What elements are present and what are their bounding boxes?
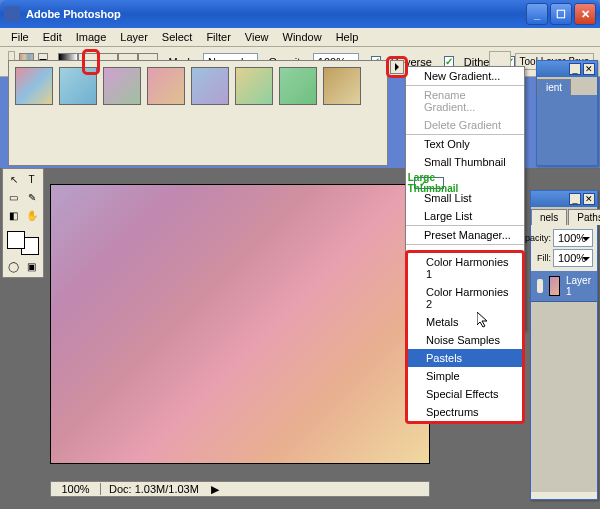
eye-icon[interactable] bbox=[537, 279, 543, 293]
panel-titlebar[interactable]: _ ✕ bbox=[531, 191, 597, 207]
eyedropper-tool[interactable]: ◧ bbox=[5, 207, 22, 224]
gradient-swatch[interactable] bbox=[59, 67, 97, 105]
screenmode-toggle[interactable]: ▣ bbox=[23, 258, 40, 275]
hand-tool[interactable]: ✋ bbox=[23, 207, 40, 224]
preset-noise-samples[interactable]: Noise Samples bbox=[408, 331, 522, 349]
brush-tool[interactable]: ✎ bbox=[23, 189, 40, 206]
menu-bar: File Edit Image Layer Select Filter View… bbox=[0, 28, 600, 47]
menu-large-list[interactable]: Large List bbox=[406, 207, 524, 225]
layers-panel[interactable]: _ ✕ nels Paths Opacity: 100% Fill: 100% … bbox=[530, 190, 598, 500]
menu-large-thumbnail[interactable]: Large Thumbnail bbox=[414, 177, 444, 189]
type-tool[interactable]: T bbox=[23, 171, 40, 188]
menu-window[interactable]: Window bbox=[276, 29, 329, 45]
close-button[interactable]: ✕ bbox=[574, 3, 596, 25]
panel-minimize-button[interactable]: _ bbox=[569, 63, 581, 75]
layer-name[interactable]: Layer 1 bbox=[566, 275, 591, 297]
window-titlebar: Adobe Photoshop _ ☐ ✕ bbox=[0, 0, 600, 28]
navigator-tab[interactable]: ient bbox=[537, 79, 571, 95]
menu-small-thumbnail[interactable]: Small Thumbnail bbox=[406, 153, 524, 171]
gradient-preset-group: Color Harmonies 1 Color Harmonies 2 Meta… bbox=[405, 250, 525, 424]
panel-close-button[interactable]: ✕ bbox=[583, 63, 595, 75]
panel-close-button[interactable]: ✕ bbox=[583, 193, 595, 205]
cursor-icon bbox=[477, 312, 493, 328]
doc-size[interactable]: Doc: 1.03M/1.03M bbox=[101, 483, 207, 495]
preset-pastels[interactable]: Pastels bbox=[408, 349, 522, 367]
menu-rename-gradient: Rename Gradient... bbox=[406, 85, 524, 116]
fg-bg-colors[interactable] bbox=[5, 229, 41, 257]
gradient-swatch[interactable] bbox=[235, 67, 273, 105]
gradient-swatch[interactable] bbox=[103, 67, 141, 105]
panel-minimize-button[interactable]: _ bbox=[569, 193, 581, 205]
layer-row[interactable]: Layer 1 bbox=[531, 271, 597, 302]
menu-delete-gradient: Delete Gradient bbox=[406, 116, 524, 134]
gradient-swatch[interactable] bbox=[147, 67, 185, 105]
menu-edit[interactable]: Edit bbox=[36, 29, 69, 45]
foreground-color[interactable] bbox=[7, 231, 25, 249]
menu-file[interactable]: File bbox=[4, 29, 36, 45]
swatch-flyout-button[interactable] bbox=[390, 60, 404, 74]
menu-filter[interactable]: Filter bbox=[199, 29, 237, 45]
toolbox: ↖ T ▭ ✎ ◧ ✋ ◯ ▣ bbox=[2, 168, 44, 278]
panel-titlebar[interactable]: _ ✕ bbox=[537, 61, 597, 77]
preset-metals[interactable]: Metals bbox=[408, 313, 522, 331]
preset-simple[interactable]: Simple bbox=[408, 367, 522, 385]
gradient-swatch[interactable] bbox=[323, 67, 361, 105]
document-canvas[interactable] bbox=[50, 184, 430, 464]
preset-special-effects[interactable]: Special Effects bbox=[408, 385, 522, 403]
layer-thumbnail[interactable] bbox=[549, 276, 560, 296]
preset-color-harmonies-2[interactable]: Color Harmonies 2 bbox=[408, 283, 522, 313]
navigator-panel[interactable]: _ ✕ ient bbox=[536, 60, 598, 166]
layer-opacity-input[interactable]: 100% bbox=[553, 229, 593, 247]
menu-preset-manager[interactable]: Preset Manager... bbox=[406, 225, 524, 244]
menu-view[interactable]: View bbox=[238, 29, 276, 45]
gradient-swatch[interactable] bbox=[279, 67, 317, 105]
menu-small-list[interactable]: Small List bbox=[406, 189, 524, 207]
gradient-swatch[interactable] bbox=[191, 67, 229, 105]
menu-new-gradient[interactable]: New Gradient... bbox=[406, 67, 524, 85]
move-tool[interactable]: ↖ bbox=[5, 171, 22, 188]
preset-spectrums[interactable]: Spectrums bbox=[408, 403, 522, 421]
window-title: Adobe Photoshop bbox=[26, 8, 121, 20]
paths-tab[interactable]: Paths bbox=[568, 209, 600, 225]
app-icon bbox=[4, 6, 20, 22]
channels-tab[interactable]: nels bbox=[531, 209, 567, 225]
menu-select[interactable]: Select bbox=[155, 29, 200, 45]
minimize-button[interactable]: _ bbox=[526, 3, 548, 25]
menu-help[interactable]: Help bbox=[329, 29, 366, 45]
layer-fill-label: Fill: bbox=[537, 253, 551, 263]
status-bar: 100% Doc: 1.03M/1.03M ▶ bbox=[50, 481, 430, 497]
menu-layer[interactable]: Layer bbox=[113, 29, 155, 45]
menu-image[interactable]: Image bbox=[69, 29, 114, 45]
chevron-right-icon[interactable]: ▶ bbox=[211, 483, 219, 496]
gradient-swatch-panel bbox=[8, 60, 388, 166]
maximize-button[interactable]: ☐ bbox=[550, 3, 572, 25]
preset-color-harmonies-1[interactable]: Color Harmonies 1 bbox=[408, 253, 522, 283]
layer-fill-input[interactable]: 100% bbox=[553, 249, 593, 267]
crop-tool[interactable]: ▭ bbox=[5, 189, 22, 206]
quickmask-toggle[interactable]: ◯ bbox=[5, 258, 22, 275]
zoom-level[interactable]: 100% bbox=[51, 483, 101, 495]
menu-text-only[interactable]: Text Only bbox=[406, 134, 524, 153]
gradient-swatch[interactable] bbox=[15, 67, 53, 105]
